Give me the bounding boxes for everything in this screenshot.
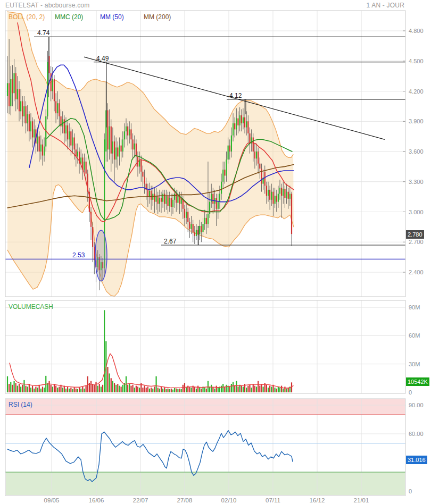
volume-bar [52,387,53,392]
volume-bar [151,388,152,392]
volume-bar [59,387,60,392]
candle-body [119,146,120,157]
volume-axis-label: 0 [409,389,412,396]
volume-bar [137,387,138,392]
volume-bar [32,386,33,392]
candle-body [48,56,49,73]
candle-body [171,198,172,207]
candle-body [234,123,235,129]
candle-body [149,191,150,197]
legend-mm200[interactable]: MM (200) [144,13,171,21]
volume-bar [69,389,70,392]
volume-bar [258,381,259,392]
candle-body [259,164,260,169]
candle-body [42,145,43,156]
candle-body [54,79,55,102]
chart-canvas[interactable]: 4.744.494.122.672.534.8004.5004.2003.900… [0,0,431,504]
candle-body [34,129,35,137]
candle-body [155,196,156,201]
volume-bar [234,386,235,392]
candle-body [236,119,237,130]
volume-bar [42,387,43,392]
volume-bar [130,386,131,392]
volume-bar [226,385,227,392]
volume-bar [146,388,147,392]
candle-body [247,121,248,133]
volume-bar [147,387,148,392]
candle-body [224,170,225,175]
volume-axis-label: 30M [409,361,420,367]
volume-bar [171,389,172,392]
volume-bar [114,383,115,392]
legend-mm50[interactable]: MM (50) [100,13,124,21]
candle-body [276,196,277,201]
price-axis-label: 2.700 [409,239,424,245]
volume-axis-label: 90M [409,304,420,310]
volume-panel[interactable]: 90M60M30M0 [5,300,420,396]
volume-bar [19,384,20,392]
volume-bar [229,387,230,392]
candle-body [237,119,238,125]
rsi-panel[interactable]: 90.0060.000 [5,399,424,495]
last-rsi-badge: 31.016 [406,456,427,464]
volume-bar [99,384,100,392]
volume-bar [271,387,272,392]
volume-bar [27,387,28,392]
volume-bar [57,388,58,392]
candle-body [288,192,289,199]
candle-body [77,152,78,156]
volume-bar [22,385,23,392]
volume-bar [266,385,267,392]
volume-axis-label: 60M [409,332,420,339]
candle-body [243,117,244,123]
legend-mmc20[interactable]: MMC (20) [55,13,83,21]
main-price-panel[interactable]: 4.744.494.122.672.534.8004.5004.2003.900… [5,11,424,297]
candle-body [114,141,115,159]
candle-body [64,119,65,133]
legend-bollinger[interactable]: BOLL (20, 2) [9,13,45,21]
candle-body [142,172,143,177]
date-label: 27/08 [177,497,193,503]
date-label: 21/01 [354,497,369,503]
candle-body [244,117,245,128]
candle-body [70,131,71,145]
volume-bar [283,389,284,392]
candle-body [29,114,30,131]
date-label: 02/10 [221,497,237,503]
candle-body [222,170,223,182]
candle-body [162,194,163,201]
volume-bar [48,381,49,392]
candle-body [30,121,31,131]
volume-bar [140,383,142,392]
volume-bar [149,389,150,392]
volume-bar [107,367,108,392]
volume-bar [253,384,254,392]
candle-body [249,133,250,144]
volume-bar [139,388,140,392]
volume-bar [190,388,192,392]
candle-body [258,152,259,164]
volume-bar [159,389,160,392]
candle-body [12,79,13,93]
candle-body [261,169,262,183]
candle-body [129,129,130,135]
candle-body [111,127,112,154]
volume-bar [176,389,177,392]
candle-body [86,162,87,174]
candle-body [201,226,202,232]
candle-body [228,146,229,159]
candle-body [165,196,167,204]
volume-bar [37,388,38,392]
candle-body [158,196,159,204]
volume-bar [254,386,255,392]
volume-bar [279,388,280,392]
volume-bar [221,386,222,392]
price-level-label: 2.67 [164,238,177,245]
candle-body [109,127,110,150]
price-axis-label: 3.000 [409,209,424,215]
last-volume-badge: 10542K [406,377,429,386]
volume-bar [256,387,257,392]
volume-bar [121,387,122,392]
candle-body [23,106,24,116]
price-axis-label: 3.900 [409,118,424,124]
